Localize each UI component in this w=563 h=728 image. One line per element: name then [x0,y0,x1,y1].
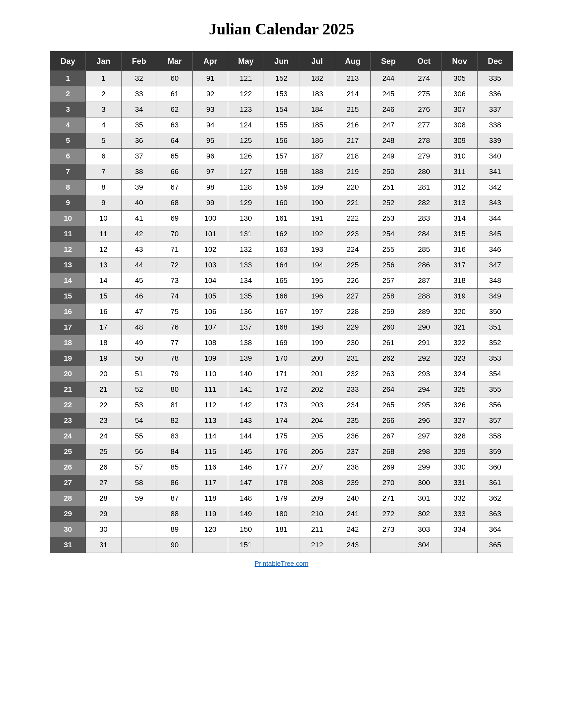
julian-day-cell: 214 [335,86,371,102]
julian-day-cell: 17 [86,320,121,335]
julian-day-cell: 47 [121,304,157,320]
julian-day-cell: 162 [263,226,300,242]
julian-day-cell: 175 [263,429,300,444]
julian-day-cell: 228 [335,304,371,320]
julian-day-cell: 141 [228,382,264,397]
julian-day-cell: 144 [228,429,264,444]
julian-day-cell: 111 [192,382,228,397]
julian-day-cell: 12 [86,242,121,257]
julian-day-cell: 311 [442,164,478,180]
footer-link[interactable]: PrintableTree.com [255,560,309,568]
julian-day-cell: 320 [442,304,478,320]
julian-day-cell: 29 [86,506,121,522]
julian-day-cell: 217 [335,133,371,149]
julian-day-cell: 21 [86,382,121,397]
julian-day-cell: 291 [406,335,442,351]
julian-day-cell: 103 [192,257,228,273]
julian-day-cell: 3 [86,102,121,117]
julian-day-cell: 272 [371,506,406,522]
julian-day-cell: 210 [300,506,335,522]
julian-day-cell: 208 [300,475,335,491]
julian-day-cell: 24 [86,429,121,444]
julian-day-cell: 191 [300,211,335,226]
julian-day-cell: 225 [335,257,371,273]
julian-day-cell: 1 [86,71,121,86]
julian-day-cell: 215 [335,102,371,117]
julian-day-cell: 8 [86,180,121,195]
julian-day-cell: 54 [121,413,157,429]
julian-day-cell: 11 [86,226,121,242]
column-header-mar: Mar [157,52,193,71]
julian-day-cell: 181 [263,522,300,537]
julian-day-cell: 222 [335,211,371,226]
julian-day-cell: 205 [300,429,335,444]
julian-day-cell: 229 [335,320,371,335]
julian-day-cell: 249 [371,149,406,164]
day-cell: 27 [50,475,86,491]
julian-day-cell: 44 [121,257,157,273]
day-cell: 21 [50,382,86,397]
julian-day-cell: 267 [371,429,406,444]
julian-day-cell: 147 [228,475,264,491]
julian-day-cell: 292 [406,351,442,366]
day-cell: 10 [50,211,86,226]
julian-day-cell: 348 [477,273,513,289]
julian-day-cell: 68 [157,195,193,211]
julian-day-cell: 154 [263,102,300,117]
day-cell: 28 [50,491,86,506]
julian-day-cell: 51 [121,366,157,382]
julian-day-cell: 117 [192,475,228,491]
column-header-jan: Jan [86,52,121,71]
julian-day-cell: 62 [157,102,193,117]
julian-day-cell: 301 [406,491,442,506]
julian-day-cell: 70 [157,226,193,242]
julian-day-cell: 264 [371,382,406,397]
julian-day-cell: 105 [192,289,228,304]
table-row: 10104169100130161191222253283314344 [50,211,513,226]
julian-day-cell: 31 [86,537,121,553]
julian-day-cell: 131 [228,226,264,242]
julian-day-cell: 230 [335,335,371,351]
julian-day-cell: 109 [192,351,228,366]
table-row: 88396798128159189220251281312342 [50,180,513,195]
julian-day-cell: 25 [86,444,121,460]
julian-day-cell: 100 [192,211,228,226]
julian-day-cell: 331 [442,475,478,491]
julian-day-cell: 167 [263,304,300,320]
julian-day-cell: 182 [300,71,335,86]
julian-day-cell: 157 [263,149,300,164]
julian-day-cell: 333 [442,506,478,522]
julian-day-cell: 263 [371,366,406,382]
julian-day-cell: 110 [192,366,228,382]
table-row: 22336192122153183214245275306336 [50,86,513,102]
julian-day-cell: 195 [300,273,335,289]
julian-day-cell: 45 [121,273,157,289]
table-row: 66376596126157187218249279310340 [50,149,513,164]
table-row: 25255684115145176206237268298329359 [50,444,513,460]
julian-day-cell: 161 [263,211,300,226]
julian-day-cell: 236 [335,429,371,444]
table-row: 77386697127158188219250280311341 [50,164,513,180]
julian-day-cell: 188 [300,164,335,180]
julian-day-cell: 46 [121,289,157,304]
column-header-sep: Sep [371,52,406,71]
julian-day-cell: 211 [300,522,335,537]
julian-day-cell: 336 [477,86,513,102]
julian-day-cell: 365 [477,537,513,553]
julian-day-cell: 361 [477,475,513,491]
day-cell: 5 [50,133,86,149]
julian-day-cell: 32 [121,71,157,86]
column-header-nov: Nov [442,52,478,71]
julian-day-cell: 59 [121,491,157,506]
julian-day-cell: 338 [477,117,513,133]
day-cell: 13 [50,257,86,273]
julian-day-cell: 274 [406,71,442,86]
julian-day-cell: 223 [335,226,371,242]
julian-day-cell: 20 [86,366,121,382]
julian-day-cell: 145 [228,444,264,460]
julian-day-cell: 38 [121,164,157,180]
julian-day-cell: 89 [157,522,193,537]
julian-day-cell: 120 [192,522,228,537]
julian-day-cell: 322 [442,335,478,351]
julian-day-cell: 360 [477,460,513,475]
